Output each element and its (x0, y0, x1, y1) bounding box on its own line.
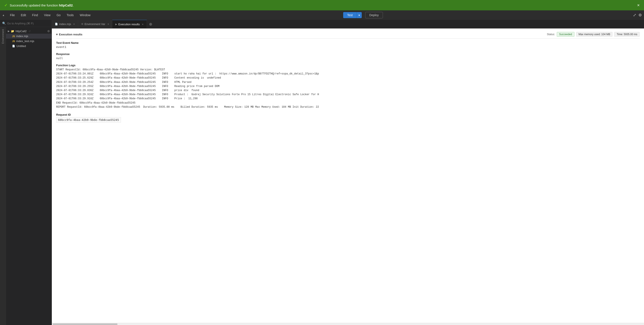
file-tree: ▶ 📁 httpCall2 · / ⚙ JS index.mjs JS inde… (6, 27, 52, 325)
settings-icon[interactable]: ⚙ (638, 13, 642, 17)
folder-httpcall2[interactable]: ▶ 📁 httpCall2 · / ⚙ (6, 29, 52, 34)
function-logs-label: Function Logs (56, 64, 640, 67)
tab-label: Execution results (118, 23, 140, 26)
test-button[interactable]: Test (343, 12, 356, 18)
exec-panel-header: ▾ Execution results Status: Succeeded Ma… (56, 32, 640, 39)
panel-title-text: Execution results (59, 33, 82, 36)
js-icon: JS (12, 35, 15, 37)
test-event-label: Test Event Name (56, 41, 640, 44)
tab-close-icon[interactable]: × (142, 23, 144, 26)
status-badge: Succeeded (557, 32, 574, 37)
sidebar: 🔍 Environment ▶ 📁 httpCall2 · / ⚙ JS ind… (0, 20, 52, 325)
test-event-value: event1 (56, 45, 640, 48)
request-id-label: Request ID (56, 113, 640, 116)
tab-close-icon[interactable]: × (107, 22, 109, 26)
folder-settings-icon[interactable]: ⚙ (47, 29, 50, 33)
notification-message: ✓ Successfully updated the function http… (4, 3, 74, 7)
folder-arrow-icon: ▶ (8, 30, 10, 32)
test-button-group: Test ▾ (343, 12, 362, 18)
folder-icon: 📁 (11, 29, 14, 33)
file-index-mjs[interactable]: JS index.mjs (6, 34, 52, 39)
test-dropdown-button[interactable]: ▾ (356, 12, 362, 18)
response-section: Response null (56, 52, 640, 60)
memory-badge: Max memory used: 104 MB (576, 32, 613, 37)
search-bar: 🔍 (0, 20, 52, 27)
tab-icon: ⚙ (81, 23, 83, 25)
exec-panel: ▾ Execution results Status: Succeeded Ma… (52, 28, 644, 323)
chevron-icon: ▾ (56, 33, 58, 36)
function-logs-content: START RequestId: 60bcc9fa-4baa-42b9-9bde… (56, 68, 640, 109)
tab-close-icon[interactable]: × (73, 22, 75, 26)
file-name: index.mjs (16, 34, 28, 38)
tab-exec-results[interactable]: ▶ Execution results × (112, 20, 147, 28)
tab-env-var[interactable]: ⚙ Environment Var × (78, 20, 112, 28)
request-id-value: 60bcc9fa-4baa-42b9-9bde-fbb8caa55245 (56, 117, 121, 123)
tab-label: index.mjs (59, 22, 71, 26)
js-icon: JS (12, 40, 15, 42)
txt-icon: 📄 (12, 45, 15, 47)
resize-icon[interactable]: ⤢ (633, 13, 636, 17)
tab-add-icon[interactable]: ⊕ (147, 22, 154, 26)
menu-edit[interactable]: Edit (18, 12, 28, 18)
editor-area: 📄 index.mjs × ⚙ Environment Var × ▶ Exec… (52, 20, 644, 325)
search-icon: 🔍 (2, 21, 6, 25)
menu-find[interactable]: Find (30, 12, 40, 18)
deploy-button[interactable]: Deploy (365, 12, 383, 18)
toolbar-right: ⤢ ⚙ (633, 13, 642, 17)
menu-file[interactable]: File (7, 12, 18, 18)
sidebar-content: Environment ▶ 📁 httpCall2 · / ⚙ JS index… (0, 27, 52, 325)
time-badge: Time: 5935.00 ms (614, 32, 640, 37)
environment-label: Environment (2, 29, 4, 44)
notification-text: Successfully updated the function httpCa… (10, 3, 74, 7)
notification-bar: ✓ Successfully updated the function http… (0, 0, 644, 10)
file-untitled[interactable]: 📄 Untitled (6, 44, 52, 48)
check-icon: ✓ (4, 3, 8, 7)
folder-name: httpCall2 (16, 29, 26, 33)
menu-window[interactable]: Window (77, 12, 93, 18)
tab-icon: 📄 (55, 23, 58, 25)
menu-view[interactable]: View (42, 12, 53, 18)
tab-bar: 📄 index.mjs × ⚙ Environment Var × ▶ Exec… (52, 20, 644, 28)
response-label: Response (56, 52, 640, 56)
file-name: Untitled (16, 44, 26, 48)
menu-tools[interactable]: Tools (64, 12, 76, 18)
bottom-scrollbar[interactable] (52, 323, 644, 325)
env-tab: Environment (0, 27, 6, 325)
test-event-section: Test Event Name event1 (56, 41, 640, 48)
tab-icon: ▶ (115, 23, 117, 26)
request-id-section: Request ID 60bcc9fa-4baa-42b9-9bde-fbb8c… (56, 113, 640, 123)
panel-title: ▾ Execution results (56, 33, 82, 36)
file-index-test-mjs[interactable]: JS index_test.mjs (6, 39, 52, 44)
function-logs-section: Function Logs START RequestId: 60bcc9fa-… (56, 64, 640, 109)
search-input[interactable] (7, 22, 50, 25)
notification-close-icon[interactable]: × (637, 3, 640, 8)
triangle-icon: ▲ (2, 13, 5, 17)
file-name: index_test.mjs (16, 39, 34, 43)
main-layout: 🔍 Environment ▶ 📁 httpCall2 · / ⚙ JS ind… (0, 20, 644, 325)
status-label: Status: (547, 33, 555, 36)
menu-bar: ▲ File Edit Find View Go Tools Window Te… (0, 10, 644, 20)
tab-label: Environment Var (85, 22, 106, 26)
menu-go[interactable]: Go (54, 12, 63, 18)
response-value: null (56, 56, 640, 60)
folder-suffix: · / (28, 29, 30, 33)
status-badges: Status: Succeeded Max memory used: 104 M… (547, 32, 640, 37)
scrollbar-thumb (53, 324, 118, 325)
tab-index-mjs[interactable]: 📄 index.mjs × (52, 20, 78, 28)
